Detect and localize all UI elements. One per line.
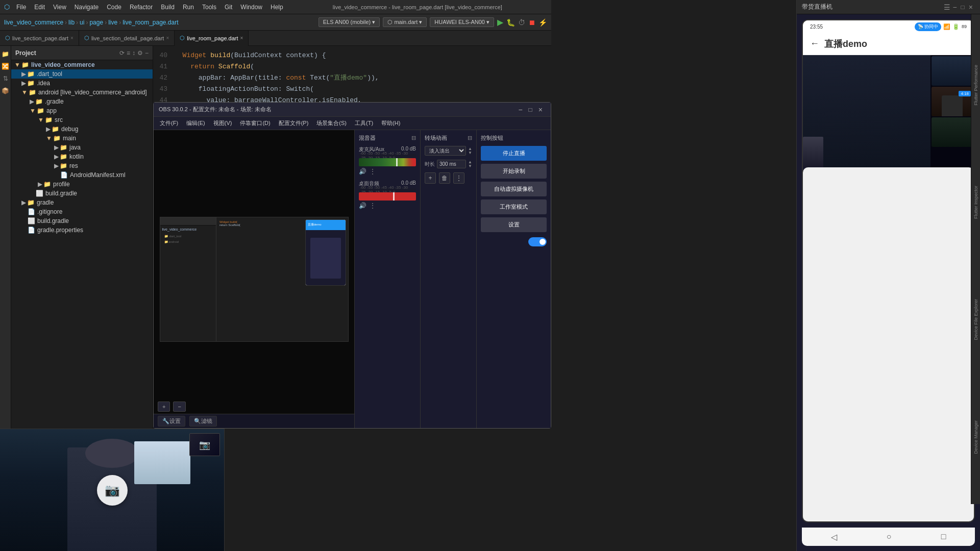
obs-mixer-expand-icon[interactable]: ⊟ [411,135,416,141]
obs-add-scene-button[interactable]: + [158,402,170,412]
obs-trans-expand-icon[interactable]: ⊟ [468,135,472,141]
obs-studio-mode-button[interactable]: 工作室模式 [481,199,547,214]
obs-add-source-button[interactable]: + [425,172,436,184]
menu-item-refactor[interactable]: Refactor [126,3,156,12]
obs-close-button[interactable]: × [535,106,546,114]
activity-project-icon[interactable]: 📁 [1,49,11,59]
obs-menu-tools[interactable]: 工具(T) [351,118,377,128]
settings-icon[interactable]: ⚙ [137,49,143,57]
sync-icon[interactable]: ⟳ [119,49,125,57]
tab-live-section[interactable]: ⬡ live_section_page.dart × [0,31,79,46]
camera-capture-button[interactable]: 📷 [97,475,128,506]
tree-item-kotlin[interactable]: ▶ 📁 kotlin [11,152,153,161]
close-icon[interactable]: × [240,35,243,41]
device-panel-maximize-button[interactable]: □ [959,4,967,11]
tree-item-gitignore[interactable]: 📄 .gitignore [11,207,153,216]
obs-stop-stream-button[interactable]: 停止直播 [481,146,547,161]
obs-source-settings-button[interactable]: ⋮ [453,172,464,184]
tab-live-section-detail[interactable]: ⬡ live_section_detail_page.dart × [79,31,175,46]
obs-menu-file[interactable]: 文件(F) [156,118,182,128]
phone-thumb-3[interactable] [932,117,973,147]
activity-commit-icon[interactable]: 🔀 [1,61,11,71]
menu-item-navigate[interactable]: Navigate [71,3,102,12]
tree-item-main[interactable]: ▼ 📁 main [11,134,153,143]
debug-button[interactable]: 🐛 [506,18,515,27]
obs-remove-scene-button[interactable]: − [173,402,185,412]
obs-mixer-settings-2[interactable]: ⋮ [370,202,376,209]
obs-start-record-button[interactable]: 开始录制 [481,164,547,179]
menu-item-help[interactable]: Help [267,3,287,12]
tree-item-src[interactable]: ▼ 📁 src [11,115,153,124]
obs-mixer-mute-1[interactable]: 🔊 [359,168,366,175]
obs-menu-profile[interactable]: 配置文件(P) [275,118,313,128]
tree-item-java[interactable]: ▶ 📁 java [11,143,153,152]
tree-item-android[interactable]: ▼ 📁 android [live_video_commerce_android… [11,88,153,97]
obs-menu-help[interactable]: 帮助(H) [377,118,404,128]
obs-mixer-mute-2[interactable]: 🔊 [359,202,366,209]
run-button[interactable]: ▶ [497,17,503,27]
tree-item-app[interactable]: ▼ 📁 app [11,106,153,115]
flutter-performance-panel-btn[interactable]: Flutter Performance [972,63,979,108]
close-icon[interactable]: × [166,35,169,41]
run-config-selector[interactable]: ⬡ main.dart ▾ [383,17,427,27]
tab-live-room[interactable]: ⬡ live_room_page.dart × [175,31,249,46]
obs-settings-button[interactable]: 设置 [481,217,547,232]
menu-item-build[interactable]: Build [157,3,178,12]
obs-dur-down-icon[interactable]: ▼ [468,164,472,168]
obs-main-toggle[interactable] [528,237,547,246]
stop-button[interactable]: ⏹ [528,18,535,27]
live-badge[interactable]: 📡 协同中 [915,22,941,31]
obs-maximize-button[interactable]: □ [526,106,535,113]
tree-item-profile[interactable]: ▶ 📁 profile [11,180,153,189]
obs-duration-input[interactable] [437,160,466,168]
activity-resource-manager-icon[interactable]: 📦 [1,86,11,96]
close-icon[interactable]: − [145,49,149,57]
device-panel-close-button[interactable]: × [967,3,975,11]
menu-item-file[interactable]: File [13,3,30,12]
tree-item-root[interactable]: ▼ 📁 live_video_commerce [11,60,153,69]
obs-menu-edit[interactable]: 编辑(E) [182,118,209,128]
device-panel-minimize-button[interactable]: − [950,3,959,11]
tree-item-gradle-folder[interactable]: ▶ 📁 gradle [11,198,153,207]
tree-item-manifest[interactable]: 📄 AndroidManifest.xml [11,170,153,180]
obs-trans-down-icon[interactable]: ▼ [468,151,472,155]
device-file-explorer-panel-btn[interactable]: Device File Explorer [972,297,979,342]
obs-mixer-settings-1[interactable]: ⋮ [370,168,376,175]
obs-remove-source-button[interactable]: 🗑 [439,172,450,184]
tree-item-gradle-properties[interactable]: 📄 gradle.properties [11,226,153,235]
menu-item-view[interactable]: View [50,3,70,12]
power-button[interactable]: ⚡ [538,18,547,27]
device-manager-panel-btn[interactable]: Device Manager [972,418,979,456]
tree-item-debug[interactable]: ▶ 📁 debug [11,124,153,134]
menu-item-run[interactable]: Run [179,3,198,12]
obs-filters-tab[interactable]: 🔍滤镜 [189,416,217,427]
activity-pull-requests-icon[interactable]: ⇅ [1,73,11,84]
menu-item-git[interactable]: Git [221,3,236,12]
menu-item-edit[interactable]: Edit [31,3,48,12]
menu-item-window[interactable]: Window [237,3,266,12]
flutter-inspector-panel-btn[interactable]: Flutter Inspector [972,184,979,221]
obs-menu-dockwindow[interactable]: 停靠窗口(D) [236,118,274,128]
phone-nav-home[interactable]: ○ [887,532,892,541]
phone-nav-recents[interactable]: □ [941,532,946,541]
device-panel-menu-icon[interactable]: ☰ [944,3,950,11]
device-selector[interactable]: ELS AN00 (mobile) ▾ [318,17,380,27]
obs-menu-view[interactable]: 视图(V) [209,118,236,128]
phone-back-button[interactable]: ← [810,38,819,49]
obs-virtual-camera-button[interactable]: 自动虚拟摄像机 [481,182,547,196]
tree-item-build-gradle-root[interactable]: ⬜ build.gradle [11,216,153,226]
obs-mixer-track-1[interactable] [359,158,416,166]
tree-item-dart-tool[interactable]: ▶ 📁 .dart_tool [11,69,153,79]
menu-item-tools[interactable]: Tools [199,3,220,12]
phone-nav-back[interactable]: ◁ [831,532,837,542]
obs-settings-tab[interactable]: 🔧设置 [158,416,185,427]
tree-item-gradle-hidden[interactable]: ▶ 📁 .gradle [11,97,153,106]
obs-minimize-button[interactable]: − [515,106,525,114]
tree-item-build-gradle-app[interactable]: ⬜ build.gradle [11,189,153,198]
profile-button[interactable]: ⏱ [518,18,525,27]
phone-thumb-1[interactable] [932,56,973,86]
close-icon[interactable]: × [70,35,74,41]
obs-transition-selector[interactable]: 淡入淡出 [425,146,466,156]
device-target-selector[interactable]: HUAWEI ELS-AN00 ▾ [430,17,494,27]
sort-icon[interactable]: ↕ [132,49,135,57]
